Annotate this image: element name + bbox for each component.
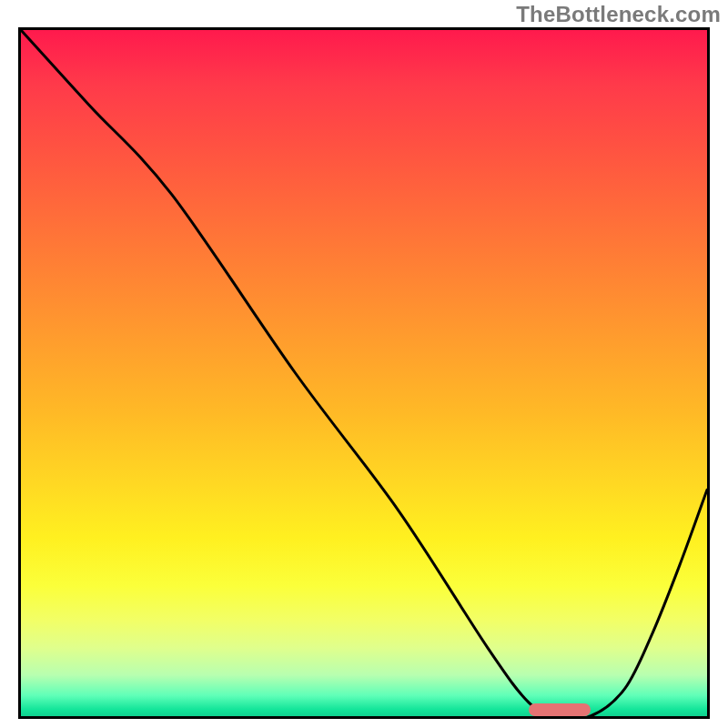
bottleneck-curve xyxy=(21,30,707,716)
plot-area xyxy=(18,27,710,719)
optimal-range-marker xyxy=(529,703,591,716)
chart-canvas: TheBottleneck.com xyxy=(0,0,728,728)
watermark-text: TheBottleneck.com xyxy=(516,2,721,27)
